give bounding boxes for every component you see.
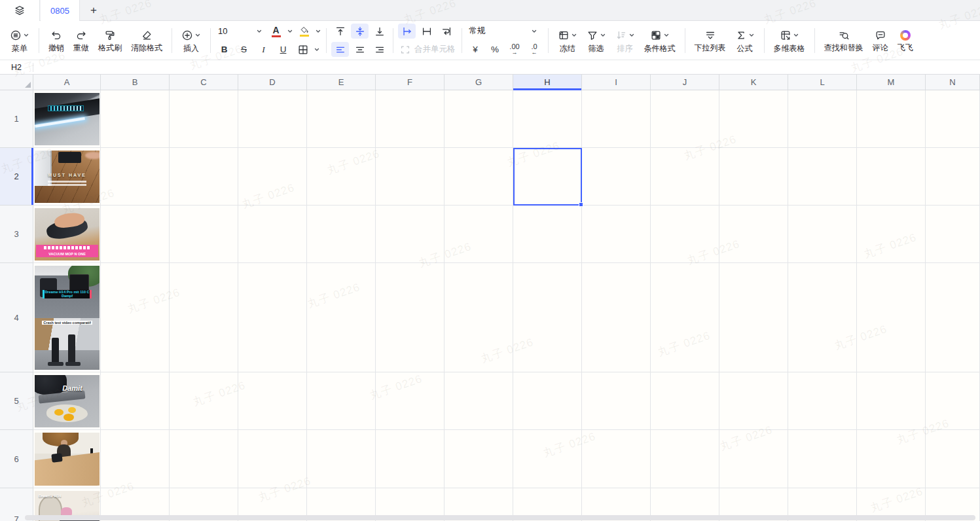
align-center-button[interactable]	[351, 42, 369, 57]
column-header-N[interactable]: N	[926, 75, 980, 90]
row-header-4[interactable]: 4	[0, 263, 33, 372]
column-header-G[interactable]: G	[445, 75, 513, 90]
column-header-F[interactable]: F	[376, 75, 445, 90]
assistant-label: 飞飞	[898, 43, 913, 51]
freeze-label: 冻结	[560, 45, 575, 52]
valign-bottom-button[interactable]	[371, 24, 388, 39]
currency-button[interactable]: ¥	[467, 42, 484, 57]
merge-cells-button[interactable]: 合并单元格	[398, 42, 457, 57]
toolbar-separator	[210, 28, 211, 53]
column-header-E[interactable]: E	[307, 75, 376, 90]
text-wrap-button[interactable]	[437, 24, 455, 39]
chevron-down-icon	[663, 32, 670, 39]
cell-image-a4[interactable]: Dreame H14 Pro mit 110 C Dampf Crash tes…	[35, 266, 100, 370]
row-header-6[interactable]: 6	[0, 430, 33, 488]
name-box[interactable]: H2	[0, 63, 33, 72]
decrease-decimal-button[interactable]: .0←	[526, 42, 543, 57]
bold-button[interactable]: B	[215, 42, 233, 57]
multidim-table-button[interactable]: 多维表格	[769, 27, 810, 54]
assistant-button[interactable]: 飞飞	[893, 28, 918, 53]
grid-line	[788, 90, 788, 521]
increase-decimal-button[interactable]: .00→	[506, 42, 524, 57]
format-painter-button[interactable]: 格式刷	[94, 27, 126, 54]
cell-image-a6[interactable]	[35, 433, 100, 486]
multidim-table-icon	[780, 29, 791, 41]
fill-handle[interactable]	[579, 202, 583, 207]
text-overflow-icon	[401, 26, 413, 37]
toolbar-separator	[326, 28, 327, 53]
toolbar-separator	[393, 28, 393, 53]
multidim-table-label: 多维表格	[774, 45, 805, 52]
align-right-button[interactable]	[371, 42, 388, 57]
column-header-J[interactable]: J	[651, 75, 719, 90]
number-format-select[interactable]: 常规	[467, 24, 540, 39]
conditional-format-button[interactable]: 条件格式	[640, 27, 680, 54]
insert-button[interactable]: 插入	[177, 27, 206, 54]
borders-button[interactable]	[294, 42, 312, 57]
formula-input[interactable]	[33, 60, 980, 74]
column-header-I[interactable]: I	[582, 75, 651, 90]
decrease-decimal-icon: .0←	[531, 43, 537, 56]
grid-line	[0, 372, 980, 372]
font-color-button[interactable]: A	[267, 24, 285, 39]
filter-button[interactable]: 筛选	[582, 27, 611, 54]
text-clip-button[interactable]	[418, 24, 435, 39]
find-replace-button[interactable]: 查找和替换	[820, 27, 868, 54]
image-art	[51, 453, 62, 463]
strikethrough-button[interactable]: S	[235, 42, 253, 57]
align-left-button[interactable]	[331, 42, 349, 57]
cell-image-a2[interactable]: MUST HAVE	[35, 151, 100, 203]
formula-button[interactable]: 公式	[731, 27, 759, 54]
row-header-1[interactable]: 1	[0, 90, 33, 148]
row-header-3[interactable]: 3	[0, 206, 33, 263]
chevron-down-icon	[194, 32, 201, 39]
row-header-5[interactable]: 5	[0, 372, 33, 430]
horizontal-scrollbar[interactable]	[25, 515, 975, 520]
underline-button[interactable]: U	[274, 42, 292, 57]
menu-button[interactable]: 菜单	[5, 27, 34, 54]
selected-cell-H2[interactable]	[513, 148, 582, 206]
grid-line	[444, 90, 445, 521]
undo-button[interactable]: 撤销	[44, 27, 69, 54]
column-header-C[interactable]: C	[170, 75, 238, 90]
column-header-M[interactable]: M	[857, 75, 926, 90]
column-header-H[interactable]: H	[513, 75, 582, 90]
percent-button[interactable]: %	[486, 42, 504, 57]
image-art: Dreame H14 Pro mit 110 C Dampf	[35, 266, 100, 318]
column-header-D[interactable]: D	[238, 75, 307, 90]
format-painter-label: 格式刷	[98, 44, 122, 52]
cell-image-a1[interactable]	[35, 93, 100, 145]
add-sheet-button[interactable]: +	[85, 3, 102, 18]
comment-icon	[875, 29, 886, 41]
sheet-grid[interactable]: MUST HAVE VACUUM MOP N ONE Dreame H14 Pr…	[0, 75, 980, 521]
dropdown-list-button[interactable]: 下拉列表	[690, 27, 731, 54]
column-header-K[interactable]: K	[719, 75, 788, 90]
redo-button[interactable]: 重做	[69, 27, 94, 54]
cell-image-a5[interactable]: Damit	[35, 375, 100, 427]
freeze-button[interactable]: 冻结	[553, 27, 582, 54]
conditional-format-icon	[650, 29, 662, 41]
row-header-2[interactable]: 2	[0, 148, 33, 206]
merge-cells-label: 合并单元格	[414, 45, 456, 54]
clear-format-button[interactable]: 清除格式	[126, 27, 167, 54]
undo-label: 撤销	[48, 44, 64, 52]
sort-button[interactable]: 排序	[611, 27, 640, 54]
column-header-B[interactable]: B	[101, 75, 170, 90]
font-color-icon: A	[272, 26, 281, 37]
select-all-corner[interactable]	[0, 75, 33, 90]
font-size-select[interactable]: 10	[215, 24, 265, 39]
comment-button[interactable]: 评论	[868, 27, 893, 54]
column-header-L[interactable]: L	[788, 75, 857, 90]
valign-top-button[interactable]	[331, 24, 349, 39]
toolbar-separator	[462, 28, 462, 53]
cell-image-a3[interactable]: VACUUM MOP N ONE	[35, 208, 100, 260]
sheet-list-button[interactable]	[0, 0, 40, 21]
text-overflow-button[interactable]	[398, 24, 416, 39]
valign-middle-icon	[354, 26, 366, 37]
italic-button[interactable]: I	[255, 42, 272, 57]
number-format-value: 常规	[469, 26, 486, 37]
fill-color-button[interactable]	[295, 24, 313, 39]
sheet-tab-0805[interactable]: 0805	[41, 0, 80, 21]
column-header-A[interactable]: A	[33, 75, 101, 90]
valign-middle-button[interactable]	[351, 24, 369, 39]
